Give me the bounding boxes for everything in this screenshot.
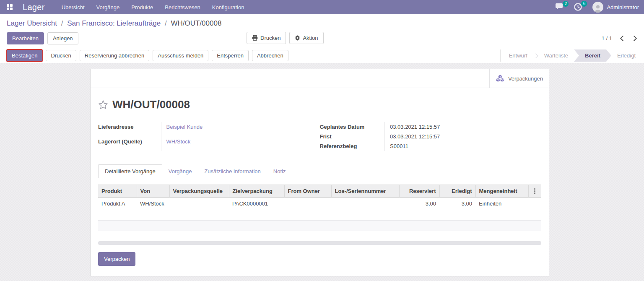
optional-columns-header xyxy=(528,185,541,198)
cell-zielverpackung[interactable]: PACK0000001 xyxy=(229,198,284,210)
field-value-frist: 03.03.2021 12:15:57 xyxy=(385,132,542,141)
scrap-button[interactable]: Ausschuss melden xyxy=(153,50,208,61)
title-row: WH/OUT/00008 xyxy=(98,98,541,111)
tab-vorgaenge[interactable]: Vorgänge xyxy=(162,165,198,178)
create-button[interactable]: Anlegen xyxy=(47,32,78,44)
cancel-button[interactable]: Abbrechen xyxy=(252,50,288,61)
top-navbar: Lager Übersicht Vorgänge Produkte Berich… xyxy=(0,0,644,14)
menu-uebersicht[interactable]: Übersicht xyxy=(62,4,85,10)
print-button[interactable]: Drucken xyxy=(46,50,76,61)
action-menu-label: Aktion xyxy=(303,35,318,41)
favorite-star-icon[interactable] xyxy=(98,100,108,109)
optional-columns-toggle-icon[interactable] xyxy=(532,188,538,194)
printer-icon xyxy=(252,35,258,41)
apps-grid-icon xyxy=(7,4,13,10)
packages-stat-button[interactable]: Verpackungen xyxy=(489,69,549,88)
gear-icon xyxy=(295,35,300,41)
pack-button[interactable]: Verpacken xyxy=(98,252,135,266)
col-mengeneinheit[interactable]: Mengeneinheit xyxy=(475,185,528,198)
cell-erledigt[interactable]: 3,00 xyxy=(439,198,475,210)
cell-mengeneinheit[interactable]: Einheiten xyxy=(475,198,528,210)
breadcrumb-current: WH/OUT/00008 xyxy=(171,19,221,27)
cubes-icon xyxy=(496,74,505,83)
form-statusbar: Bestätigen Drucken Reservierung abbreche… xyxy=(0,48,644,63)
main-menu: Übersicht Vorgänge Produkte Berichtswese… xyxy=(62,4,244,10)
field-label-lagerort: Lagerort (Quelle) xyxy=(98,137,161,151)
pager-counter: 1 / 1 xyxy=(602,35,612,42)
menu-berichtswesen[interactable]: Berichtswesen xyxy=(165,4,200,10)
field-group-left: Lieferadresse Beispiel Kunde Lagerort (Q… xyxy=(98,122,320,151)
action-menu-button[interactable]: Aktion xyxy=(289,32,323,44)
state-bereit[interactable]: Bereit xyxy=(574,49,611,62)
control-panel-center-buttons: Drucken Aktion xyxy=(247,32,324,44)
field-label-geplantes-datum: Geplantes Datum xyxy=(320,122,385,132)
record-title: WH/OUT/00008 xyxy=(112,98,190,111)
print-menu-label: Drucken xyxy=(260,35,280,41)
messages-button[interactable]: 2 xyxy=(556,3,565,11)
unlock-button[interactable]: Entsperren xyxy=(212,50,249,61)
field-value-lagerort[interactable]: WH/Stock xyxy=(161,137,320,151)
confirm-button[interactable]: Bestätigen xyxy=(7,50,42,61)
menu-vorgaenge[interactable]: Vorgänge xyxy=(96,4,120,10)
systray: 2 6 Administrator xyxy=(556,2,639,13)
field-label-frist: Frist xyxy=(320,132,385,141)
empty-row xyxy=(98,210,541,221)
pager-next-icon[interactable] xyxy=(633,36,637,41)
col-von[interactable]: Von xyxy=(137,185,169,198)
user-menu-button[interactable]: Administrator xyxy=(592,2,639,13)
cell-from-owner[interactable] xyxy=(284,198,331,210)
breadcrumb-link-overview[interactable]: Lager Übersicht xyxy=(7,19,57,27)
activities-button[interactable]: 6 xyxy=(574,3,583,11)
state-pipeline: Entwurf Warteliste Bereit Erledigt xyxy=(500,49,644,62)
pack-button-row: Verpacken xyxy=(98,252,541,266)
horizontal-scrollbar[interactable] xyxy=(98,241,541,245)
state-warteliste[interactable]: Warteliste xyxy=(536,49,576,62)
form-view-background: Verpackungen WH/OUT/00008 Lieferadresse … xyxy=(0,63,644,281)
notebook-tabs: Detaillierte Vorgänge Vorgänge Zusätzlic… xyxy=(98,164,541,178)
field-label-lieferadresse: Lieferadresse xyxy=(98,122,161,137)
messages-badge: 2 xyxy=(563,1,569,7)
col-zielverpackung[interactable]: Zielverpackung xyxy=(229,185,284,198)
col-erledigt[interactable]: Erledigt xyxy=(439,185,475,198)
cell-verpackungsquelle[interactable] xyxy=(169,198,229,210)
print-menu-button[interactable]: Drucken xyxy=(247,32,286,44)
cell-los-seriennummer[interactable] xyxy=(331,198,399,210)
pager: 1 / 1 xyxy=(602,35,637,42)
unreserve-button[interactable]: Reservierung abbrechen xyxy=(80,50,149,61)
user-avatar xyxy=(592,2,603,13)
field-label-referenzbeleg: Referenzbeleg xyxy=(320,141,385,151)
control-panel: Lager Übersicht / San Francisco: Liefera… xyxy=(0,14,644,48)
cell-reserviert[interactable]: 3,00 xyxy=(399,198,439,210)
person-icon xyxy=(593,3,602,13)
col-from-owner[interactable]: From Owner xyxy=(284,185,331,198)
activities-badge: 6 xyxy=(581,1,587,7)
col-verpackungsquelle[interactable]: Verpackungsquelle xyxy=(169,185,229,198)
sheet-body: WH/OUT/00008 Lieferadresse Beispiel Kund… xyxy=(91,98,549,266)
cell-produkt[interactable]: Produkt A xyxy=(98,198,137,210)
move-lines-table: Produkt Von Verpackungsquelle Zielverpac… xyxy=(98,185,541,231)
table-header-row: Produkt Von Verpackungsquelle Zielverpac… xyxy=(98,185,541,198)
table-row[interactable]: Produkt A WH/Stock PACK0000001 3,00 3,00… xyxy=(98,198,541,210)
form-sheet: Verpackungen WH/OUT/00008 Lieferadresse … xyxy=(90,69,549,276)
menu-produkte[interactable]: Produkte xyxy=(131,4,153,10)
tab-detaillierte-vorgaenge[interactable]: Detaillierte Vorgänge xyxy=(98,164,162,178)
tab-zusaetzliche-information[interactable]: Zusätzliche Information xyxy=(198,165,267,178)
tab-notiz[interactable]: Notiz xyxy=(267,165,292,178)
user-name: Administrator xyxy=(607,4,639,10)
breadcrumb: Lager Übersicht / San Francisco: Liefera… xyxy=(7,19,637,28)
app-brand[interactable]: Lager xyxy=(23,3,45,12)
breadcrumb-link-picking-type[interactable]: San Francisco: Lieferaufträge xyxy=(67,19,161,27)
field-value-lieferadresse[interactable]: Beispiel Kunde xyxy=(161,122,320,137)
cell-von[interactable]: WH/Stock xyxy=(137,198,169,210)
menu-konfiguration[interactable]: Konfiguration xyxy=(212,4,244,10)
field-value-referenzbeleg: S00011 xyxy=(385,141,542,151)
apps-menu-button[interactable] xyxy=(0,0,19,14)
edit-button[interactable]: Bearbeiten xyxy=(7,32,44,44)
state-erledigt[interactable]: Erledigt xyxy=(609,49,644,62)
field-group-right: Geplantes Datum 03.03.2021 12:15:57 Fris… xyxy=(320,122,542,151)
pager-previous-icon[interactable] xyxy=(620,36,624,41)
col-los-seriennummer[interactable]: Los-/Seriennummer xyxy=(331,185,399,198)
col-produkt[interactable]: Produkt xyxy=(98,185,137,198)
col-reserviert[interactable]: Reserviert xyxy=(399,185,439,198)
state-entwurf[interactable]: Entwurf xyxy=(501,49,536,62)
